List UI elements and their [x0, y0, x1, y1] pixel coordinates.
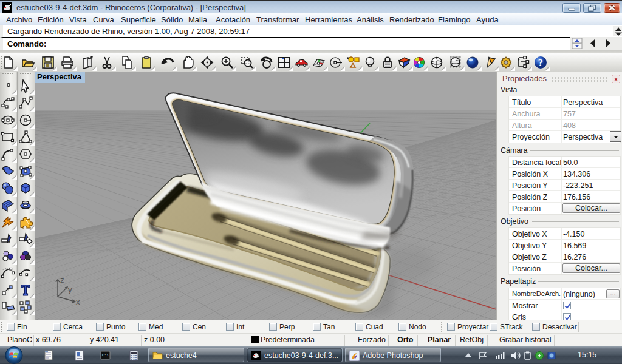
svg-text:C:\: C:\: [102, 353, 109, 357]
svg-text:z: z: [60, 275, 64, 285]
svg-text:x: x: [76, 297, 80, 306]
svg-text:?: ?: [538, 58, 543, 68]
svg-text:y: y: [68, 285, 72, 294]
